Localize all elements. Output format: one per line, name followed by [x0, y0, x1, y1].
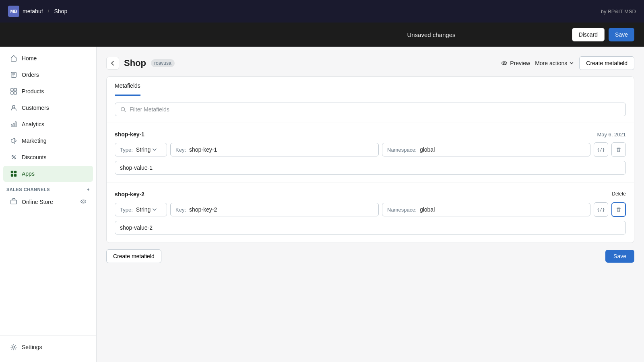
metafield-value-1: shop-value-2 [115, 221, 626, 234]
page-title: Shop [124, 58, 146, 68]
svg-rect-10 [13, 123, 14, 127]
metafield-delete-button-1[interactable] [611, 202, 626, 217]
top-bar-left: MB metabuf / Shop [8, 6, 67, 17]
svg-point-25 [121, 107, 125, 111]
tabs: Metafields [107, 77, 634, 96]
sidebar-item-customers[interactable]: Customers [3, 100, 93, 116]
home-icon [10, 54, 18, 62]
svg-rect-19 [11, 200, 17, 204]
search-input[interactable] [130, 106, 621, 113]
create-metafield-button-bottom[interactable]: Create metafield [106, 249, 161, 263]
svg-rect-17 [11, 174, 13, 177]
analytics-icon [10, 120, 18, 128]
svg-point-24 [504, 62, 505, 64]
metafield-code-button-1[interactable]: {/} [594, 202, 608, 217]
trash-icon-0 [616, 147, 621, 152]
top-bar: MB metabuf / Shop by BP&IT MSD [0, 0, 644, 23]
svg-rect-5 [14, 88, 17, 91]
preview-button[interactable]: Preview [501, 60, 530, 66]
svg-point-21 [83, 201, 84, 202]
metafield-fields-1: Type: String Key: shop-key-2 Namespace: … [115, 202, 626, 217]
svg-point-23 [502, 62, 507, 65]
metafields-card: Metafields shop-key-1 May 6, 2021 [106, 76, 634, 243]
customers-label: Customers [22, 105, 49, 111]
metafield-value-0: shop-value-1 [115, 161, 626, 175]
save-top-button[interactable]: Save [609, 28, 634, 41]
unsaved-bar: Unsaved changes Discard Save [0, 23, 644, 47]
metafield-key-0: shop-key-1 [115, 131, 144, 138]
online-store-label: Online Store [22, 199, 76, 205]
metafield-fields-0: Type: String Key: shop-key-1 Namespace: … [115, 142, 626, 157]
sidebar-item-analytics[interactable]: Analytics [3, 116, 93, 132]
back-button[interactable] [106, 57, 119, 70]
metafield-delete-button-0[interactable] [611, 142, 626, 157]
metafield-code-button-0[interactable]: {/} [594, 142, 608, 157]
products-label: Products [22, 88, 44, 95]
more-actions-button[interactable]: More actions [535, 60, 574, 66]
tab-metafields[interactable]: Metafields [115, 77, 140, 96]
preview-label: Preview [510, 60, 530, 66]
metafield-namespace-input-0: Namespace: global [382, 143, 590, 156]
analytics-label: Analytics [22, 121, 44, 128]
home-label: Home [22, 55, 37, 62]
metafield-type-select-1[interactable]: Type: String [115, 203, 167, 216]
svg-rect-6 [11, 92, 13, 94]
sidebar-bottom: Settings [0, 335, 96, 362]
code-icon-1: {/} [597, 207, 605, 212]
orders-label: Orders [22, 72, 39, 78]
metafield-row-0: shop-key-1 May 6, 2021 Type: String Key:… [107, 123, 634, 183]
unsaved-message: Unsaved changes [291, 31, 572, 38]
create-metafield-button-top[interactable]: Create metafield [579, 56, 634, 70]
discard-button[interactable]: Discard [572, 28, 605, 41]
code-icon-0: {/} [597, 147, 605, 152]
settings-icon [10, 343, 18, 351]
svg-rect-4 [11, 88, 13, 91]
search-bar [107, 96, 634, 123]
svg-rect-16 [14, 171, 17, 173]
sales-channels-section: SALES CHANNELS + [0, 182, 96, 193]
sidebar-item-discounts[interactable]: Discounts [3, 149, 93, 165]
sidebar-item-settings[interactable]: Settings [3, 339, 93, 355]
add-sales-channel-icon[interactable]: + [87, 187, 90, 192]
svg-point-8 [12, 105, 15, 108]
marketing-label: Marketing [22, 138, 46, 144]
svg-rect-7 [14, 92, 17, 94]
metafield-key-1: shop-key-2 [115, 191, 144, 197]
sidebar-item-orders[interactable]: Orders [3, 67, 93, 83]
content-area: Shop roavusa Preview More actions Create… [97, 47, 644, 362]
sidebar-item-online-store[interactable]: Online Store [3, 194, 93, 210]
svg-point-13 [14, 158, 16, 159]
top-bar-right: by BP&IT MSD [601, 8, 636, 14]
metafield-key-input-0: Key: shop-key-1 [170, 143, 379, 156]
bottom-actions: Create metafield Save [106, 249, 634, 263]
page-header-left: Shop roavusa [106, 57, 175, 70]
search-input-wrap [115, 103, 626, 116]
orders-icon [10, 71, 18, 79]
more-actions-label: More actions [535, 60, 567, 66]
svg-rect-18 [14, 174, 17, 177]
products-icon [10, 87, 18, 95]
online-store-visibility-icon[interactable] [80, 198, 87, 206]
search-icon [120, 106, 126, 113]
type-chevron-1 [152, 207, 157, 212]
save-bottom-button[interactable]: Save [605, 250, 634, 263]
svg-rect-9 [11, 125, 12, 127]
metafield-header-0: shop-key-1 May 6, 2021 [115, 131, 626, 138]
sidebar-item-products[interactable]: Products [3, 83, 93, 99]
svg-rect-11 [15, 122, 17, 127]
sidebar-item-marketing[interactable]: Marketing [3, 133, 93, 149]
metafield-type-select-0[interactable]: Type: String [115, 143, 167, 156]
apps-icon [10, 170, 18, 178]
unsaved-actions: Discard Save [572, 28, 634, 41]
page-name: Shop [54, 8, 67, 14]
sidebar-item-home[interactable]: Home [3, 50, 93, 66]
svg-rect-15 [11, 171, 13, 173]
metafield-key-input-1: Key: shop-key-2 [170, 203, 379, 216]
metafield-date-0: May 6, 2021 [597, 132, 626, 138]
sidebar-item-apps[interactable]: Apps [3, 166, 93, 182]
metafield-row-1: shop-key-2 Delete Type: String Key: [107, 183, 634, 243]
metafield-namespace-input-1: Namespace: global [382, 203, 590, 216]
online-store-icon [10, 198, 18, 206]
svg-point-20 [81, 200, 86, 203]
page-header-right: Preview More actions Create metafield [501, 56, 634, 70]
